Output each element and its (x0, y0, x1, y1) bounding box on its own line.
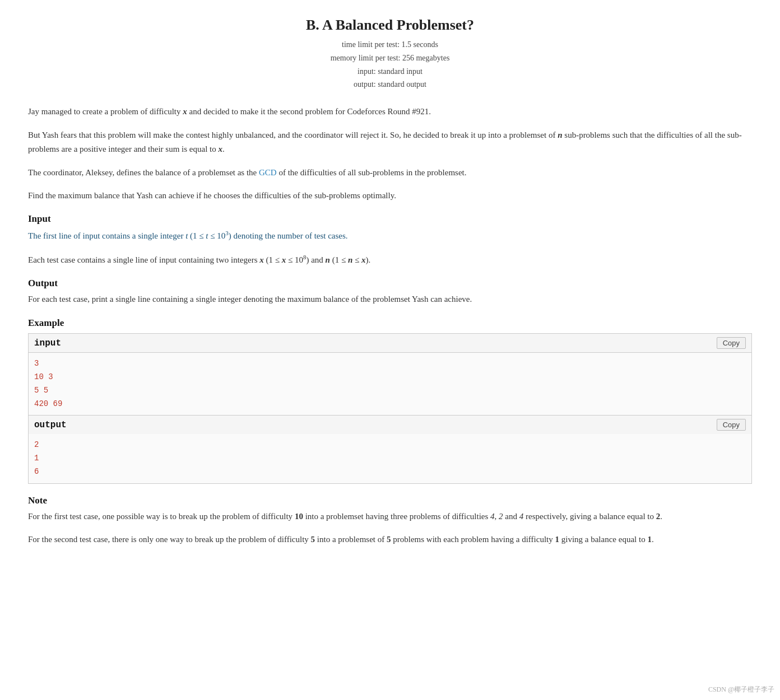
var-x3: x (259, 255, 264, 264)
input-desc-1: The first line of input contains a singl… (28, 228, 752, 244)
page-header: B. A Balanced Problemset? time limit per… (22, 17, 758, 91)
page-title: B. A Balanced Problemset? (22, 17, 758, 34)
output-desc: For each test case, print a single line … (28, 292, 752, 307)
input-line-4: 420 69 (34, 398, 746, 411)
input-line-2: 10 3 (34, 371, 746, 384)
output-example-header: output Copy (29, 415, 751, 434)
output-example-content: 2 1 6 (29, 434, 751, 483)
var-x: x (183, 107, 187, 116)
output-section-title: Output (28, 278, 752, 289)
problem-body: Jay managed to create a problem of diffi… (28, 105, 752, 547)
meta-info: time limit per test: 1.5 seconds memory … (22, 38, 758, 91)
example-title: Example (28, 318, 752, 329)
intro-para-3: The coordinator, Aleksey, defines the ba… (28, 166, 752, 180)
memory-limit: memory limit per test: 256 megabytes (22, 52, 758, 65)
input-example-block: input Copy 3 10 3 5 5 420 69 output Copy… (28, 333, 752, 484)
input-label: input (34, 338, 61, 348)
var-n2: n (326, 255, 330, 264)
note-para-1: For the first test case, one possible wa… (28, 510, 752, 524)
input-line-3: 5 5 (34, 384, 746, 398)
output-type: output: standard output (22, 78, 758, 91)
input-example-content: 3 10 3 5 5 420 69 (29, 353, 751, 415)
example-section: Example input Copy 3 10 3 5 5 420 69 out… (28, 318, 752, 484)
input-desc-2: Each test case contains a single line of… (28, 252, 752, 268)
var-n: n (558, 130, 562, 139)
time-limit: time limit per test: 1.5 seconds (22, 38, 758, 52)
input-section-title: Input (28, 213, 752, 225)
output-label: output (34, 420, 67, 430)
var-x2: x (219, 144, 223, 153)
copy-input-button[interactable]: Copy (717, 337, 746, 349)
gcd-link[interactable]: GCD (259, 168, 277, 177)
note-title: Note (28, 495, 752, 506)
input-line-1: 3 (34, 357, 746, 371)
var-t: t (185, 231, 188, 240)
input-type: input: standard input (22, 65, 758, 78)
intro-para-1: Jay managed to create a problem of diffi… (28, 105, 752, 119)
note-para-2: For the second test case, there is only … (28, 533, 752, 547)
intro-para-4: Find the maximum balance that Yash can a… (28, 189, 752, 203)
output-line-2: 1 (34, 452, 746, 465)
output-line-3: 6 (34, 465, 746, 479)
copy-output-button[interactable]: Copy (717, 419, 746, 431)
note-section: Note For the first test case, one possib… (28, 495, 752, 547)
input-example-header: input Copy (29, 334, 751, 353)
intro-para-2: But Yash fears that this problem will ma… (28, 128, 752, 157)
output-line-1: 2 (34, 438, 746, 452)
